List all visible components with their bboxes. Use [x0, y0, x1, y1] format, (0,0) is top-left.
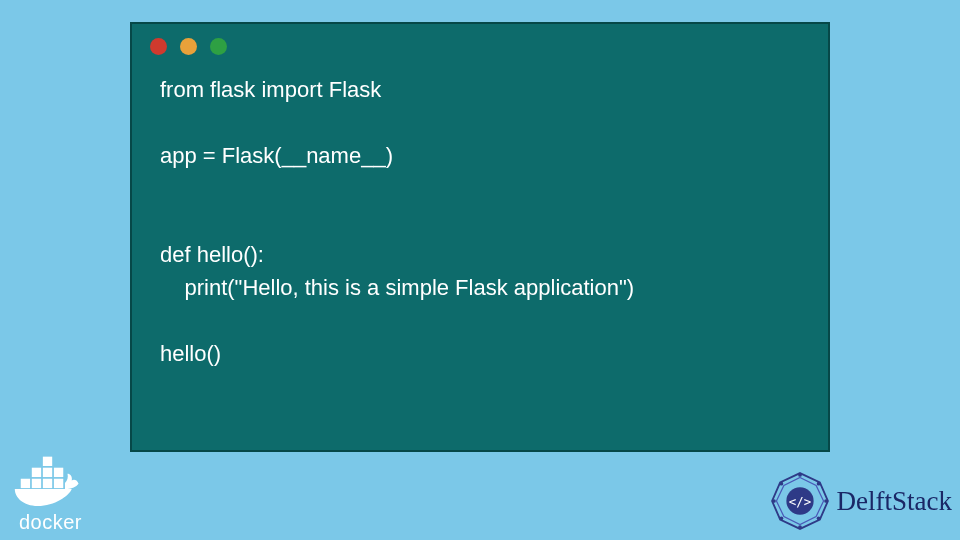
maximize-dot-icon: [210, 38, 227, 55]
svg-rect-1: [32, 479, 41, 488]
svg-point-13: [816, 482, 820, 486]
docker-label: docker: [8, 511, 93, 534]
svg-text:</>: </>: [788, 494, 810, 509]
window-controls: [132, 24, 828, 63]
svg-rect-4: [32, 468, 41, 477]
svg-rect-5: [43, 468, 52, 477]
delftstack-icon: </>: [769, 470, 831, 532]
svg-point-12: [798, 473, 802, 477]
code-line: print("Hello, this is a simple Flask app…: [160, 275, 634, 300]
close-dot-icon: [150, 38, 167, 55]
docker-logo: docker: [8, 453, 93, 534]
svg-point-16: [798, 525, 802, 529]
docker-icon: [8, 453, 93, 513]
svg-rect-7: [43, 457, 52, 466]
code-content: from flask import Flask app = Flask(__na…: [132, 63, 828, 390]
svg-point-19: [779, 482, 783, 486]
code-line: from flask import Flask: [160, 77, 381, 102]
code-line: hello(): [160, 341, 221, 366]
svg-point-17: [779, 517, 783, 521]
code-line: def hello():: [160, 242, 264, 267]
minimize-dot-icon: [180, 38, 197, 55]
svg-point-18: [772, 499, 776, 503]
code-window: from flask import Flask app = Flask(__na…: [130, 22, 830, 452]
svg-point-15: [816, 517, 820, 521]
svg-rect-3: [54, 479, 63, 488]
delftstack-label: DelftStack: [837, 486, 952, 517]
code-line: app = Flask(__name__): [160, 143, 393, 168]
svg-rect-2: [43, 479, 52, 488]
svg-rect-6: [54, 468, 63, 477]
svg-rect-0: [21, 479, 30, 488]
svg-point-14: [824, 499, 828, 503]
delftstack-logo: </> DelftStack: [769, 470, 952, 532]
